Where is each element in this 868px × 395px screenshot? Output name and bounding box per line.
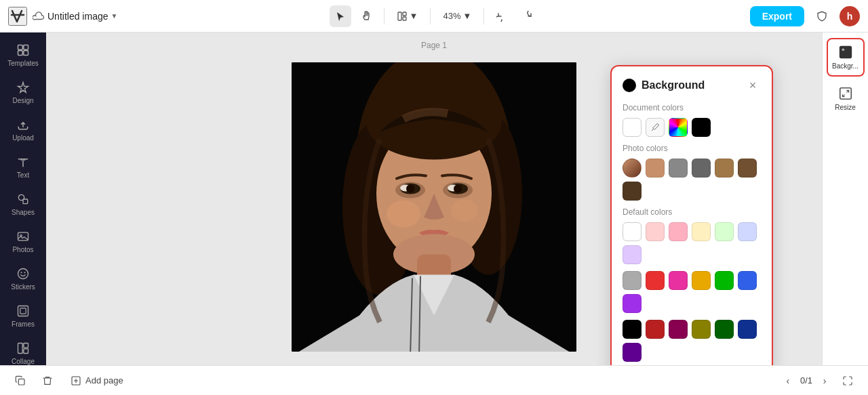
right-item-resize[interactable]: Resize bbox=[827, 79, 865, 118]
svg-rect-6 bbox=[24, 51, 28, 56]
default-colors-grid bbox=[623, 222, 761, 365]
def-swatch-3-1[interactable] bbox=[623, 320, 642, 339]
sidebar-item-shapes[interactable]: Shapes bbox=[4, 187, 42, 222]
bg-color-circle bbox=[623, 79, 636, 92]
def-swatch-3-7[interactable] bbox=[623, 343, 642, 362]
color-swatch-white[interactable] bbox=[623, 118, 642, 137]
export-button[interactable]: Export bbox=[750, 6, 804, 26]
def-swatch-2-3[interactable] bbox=[669, 271, 688, 290]
def-swatch-1-3[interactable] bbox=[669, 222, 688, 241]
sidebar-item-templates[interactable]: Templates bbox=[4, 38, 42, 72]
undo-icon bbox=[496, 11, 507, 22]
def-swatch-3-3[interactable] bbox=[669, 320, 688, 339]
bg-panel-close-button[interactable]: × bbox=[745, 77, 761, 93]
svg-rect-5 bbox=[18, 51, 23, 56]
sidebar-item-collage[interactable]: Collage bbox=[4, 336, 42, 365]
svg-rect-15 bbox=[20, 308, 26, 314]
canvas-area: Page 1 bbox=[46, 33, 822, 365]
prev-page-button[interactable]: ‹ bbox=[780, 373, 796, 389]
def-swatch-2-6[interactable] bbox=[738, 271, 757, 290]
frames-icon bbox=[16, 304, 30, 318]
title-area[interactable]: Untitled image ▼ bbox=[33, 10, 117, 22]
trash-icon bbox=[42, 375, 53, 386]
sidebar-item-photos[interactable]: Photos bbox=[4, 224, 42, 259]
upload-icon bbox=[16, 118, 30, 131]
svg-point-40 bbox=[842, 49, 844, 51]
def-swatch-2-7[interactable] bbox=[623, 294, 642, 313]
undo-button[interactable] bbox=[491, 5, 513, 27]
default-colors-row-2 bbox=[623, 271, 761, 313]
sidebar-item-frames[interactable]: Frames bbox=[4, 299, 42, 333]
fullscreen-button[interactable] bbox=[838, 371, 857, 390]
delete-page-button[interactable] bbox=[38, 371, 57, 390]
canvas-image[interactable] bbox=[292, 62, 576, 352]
def-swatch-1-4[interactable] bbox=[692, 222, 711, 241]
right-item-background[interactable]: Backgr... bbox=[827, 38, 865, 77]
def-swatch-1-2[interactable] bbox=[646, 222, 665, 241]
color-swatch-brown2[interactable] bbox=[738, 159, 757, 178]
redo-button[interactable] bbox=[517, 5, 538, 27]
photo-colors-label: Photo colors bbox=[623, 144, 761, 153]
copy-icon bbox=[15, 375, 26, 386]
color-swatch-brown1[interactable] bbox=[715, 159, 734, 178]
sidebar-item-text[interactable]: Text bbox=[4, 150, 42, 184]
default-colors-label: Default colors bbox=[623, 207, 761, 217]
def-swatch-2-5[interactable] bbox=[715, 271, 734, 290]
svg-rect-39 bbox=[839, 46, 851, 58]
sidebar-item-design[interactable]: Design bbox=[4, 75, 42, 110]
zoom-button[interactable]: 43% ▼ bbox=[437, 8, 477, 24]
topbar-center: ▼ 43% ▼ bbox=[330, 5, 539, 27]
sidebar-item-stickers[interactable]: Stickers bbox=[4, 262, 42, 296]
logo-button[interactable] bbox=[8, 7, 27, 26]
bg-panel-title: Background bbox=[642, 79, 705, 91]
color-swatch-rainbow[interactable] bbox=[669, 118, 688, 137]
pan-tool-button[interactable] bbox=[355, 5, 377, 27]
page-info: 0/1 bbox=[800, 375, 812, 386]
shield-button[interactable] bbox=[811, 5, 833, 27]
sidebar-item-upload[interactable]: Upload bbox=[4, 112, 42, 147]
svg-rect-8 bbox=[23, 199, 28, 204]
sidebar-item-photos-label: Photos bbox=[12, 246, 33, 253]
svg-rect-14 bbox=[18, 306, 28, 316]
svg-point-13 bbox=[24, 272, 26, 273]
def-swatch-3-2[interactable] bbox=[646, 320, 665, 339]
def-swatch-3-4[interactable] bbox=[692, 320, 711, 339]
def-swatch-2-2[interactable] bbox=[646, 271, 665, 290]
document-title: Untitled image bbox=[47, 11, 108, 22]
def-swatch-1-6[interactable] bbox=[738, 222, 757, 241]
color-swatch-black[interactable] bbox=[692, 118, 711, 137]
background-panel: Background × Document colors Photo color… bbox=[610, 65, 773, 365]
def-swatch-1-7[interactable] bbox=[623, 245, 642, 264]
def-swatch-2-1[interactable] bbox=[623, 271, 642, 290]
select-tool-button[interactable] bbox=[330, 5, 351, 27]
bottombar: Add page ‹ 0/1 › bbox=[0, 365, 868, 395]
color-swatch-tan[interactable] bbox=[646, 159, 665, 178]
def-swatch-3-5[interactable] bbox=[715, 320, 734, 339]
eyedropper-button[interactable] bbox=[646, 118, 665, 137]
color-swatch-gray1[interactable] bbox=[669, 159, 688, 178]
cursor-icon bbox=[335, 11, 346, 22]
add-page-button[interactable]: Add page bbox=[65, 373, 129, 389]
sidebar-item-text-label: Text bbox=[17, 171, 29, 179]
color-swatch-photo-thumb[interactable] bbox=[623, 159, 642, 178]
def-swatch-3-6[interactable] bbox=[738, 320, 757, 339]
svg-rect-4 bbox=[24, 45, 28, 50]
fullscreen-icon bbox=[842, 375, 853, 386]
next-page-button[interactable]: › bbox=[816, 373, 833, 389]
copy-page-button[interactable] bbox=[11, 371, 30, 390]
color-swatch-brown3[interactable] bbox=[623, 182, 642, 201]
def-swatch-2-4[interactable] bbox=[692, 271, 711, 290]
svg-point-12 bbox=[21, 272, 22, 273]
user-avatar[interactable]: h bbox=[840, 6, 860, 26]
def-swatch-1-5[interactable] bbox=[715, 222, 734, 241]
layout-button[interactable]: ▼ bbox=[391, 8, 424, 24]
stickers-icon bbox=[16, 267, 30, 280]
background-panel-icon bbox=[838, 45, 853, 60]
redo-icon bbox=[522, 11, 533, 22]
color-swatch-gray2[interactable] bbox=[692, 159, 711, 178]
bottom-right: ‹ 0/1 › bbox=[780, 371, 857, 390]
def-swatch-1-1[interactable] bbox=[623, 222, 642, 241]
zoom-value: 43% bbox=[443, 11, 460, 21]
svg-rect-2 bbox=[403, 17, 406, 20]
sidebar-item-shapes-label: Shapes bbox=[12, 209, 35, 216]
